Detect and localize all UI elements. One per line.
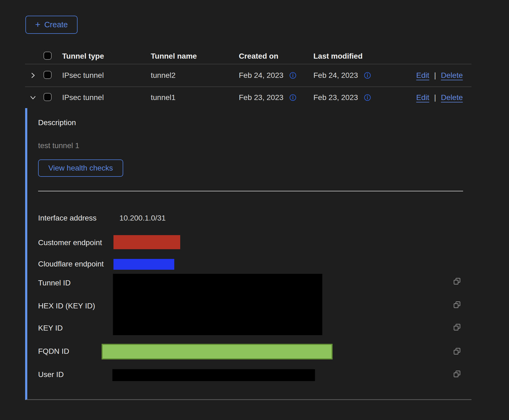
- description-value: test tunnel 1: [38, 141, 79, 150]
- info-icon[interactable]: [364, 72, 371, 79]
- view-health-checks-button[interactable]: View health checks: [38, 159, 123, 177]
- customer-endpoint-redaction: [113, 235, 180, 249]
- tunnel-name-cell: tunnel2: [151, 71, 239, 80]
- chevron-down-icon[interactable]: [29, 94, 37, 102]
- hex-id-label: HEX ID (KEY ID): [38, 302, 95, 310]
- fqdn-id-redaction: [102, 344, 333, 359]
- plus-icon: +: [35, 20, 41, 29]
- tunnel-name-cell: tunnel1: [151, 93, 239, 102]
- create-button[interactable]: + Create: [25, 16, 78, 34]
- create-button-label: Create: [44, 20, 68, 29]
- header-tunnel-type: Tunnel type: [62, 52, 151, 61]
- section-divider: [38, 191, 463, 191]
- table-row: IPsec tunnel tunnel1 Feb 23, 2023 Feb 23…: [25, 87, 471, 108]
- chevron-right-icon[interactable]: [29, 71, 37, 79]
- row-checkbox[interactable]: [43, 93, 52, 101]
- row-checkbox[interactable]: [43, 71, 52, 79]
- last-modified-cell: Feb 23, 2023: [313, 93, 358, 102]
- user-id-redaction: [112, 369, 315, 381]
- table-header-row: Tunnel type Tunnel name Created on Last …: [25, 49, 471, 64]
- action-separator: |: [434, 71, 436, 80]
- copy-icon[interactable]: [453, 347, 461, 356]
- table-row: IPsec tunnel tunnel2 Feb 24, 2023 Feb 24…: [25, 64, 471, 87]
- created-on-cell: Feb 24, 2023: [239, 71, 283, 80]
- edit-link[interactable]: Edit: [416, 71, 429, 80]
- copy-icon[interactable]: [453, 323, 461, 332]
- edit-link[interactable]: Edit: [416, 93, 429, 102]
- header-created-on: Created on: [239, 52, 313, 61]
- tunnel-type-cell: IPsec tunnel: [62, 93, 151, 102]
- last-modified-cell: Feb 24, 2023: [313, 71, 358, 80]
- info-icon[interactable]: [289, 72, 296, 79]
- cloudflare-endpoint-redaction: [113, 259, 174, 270]
- tunnel-type-cell: IPsec tunnel: [62, 71, 151, 80]
- copy-icon[interactable]: [453, 370, 461, 378]
- created-on-cell: Feb 23, 2023: [239, 93, 283, 102]
- select-all-checkbox[interactable]: [43, 52, 52, 60]
- header-last-modified: Last modified: [313, 52, 389, 61]
- action-separator: |: [434, 93, 436, 102]
- tunnel-id-label: Tunnel ID: [38, 279, 71, 287]
- info-icon[interactable]: [289, 94, 296, 101]
- delete-link[interactable]: Delete: [441, 93, 463, 102]
- tunnel-detail-panel: Description test tunnel 1 View health ch…: [25, 108, 471, 400]
- copy-icon[interactable]: [453, 301, 461, 309]
- description-label: Description: [38, 118, 76, 127]
- info-icon[interactable]: [364, 94, 371, 101]
- interface-address-label: Interface address: [38, 214, 96, 222]
- ipsec-tunnels-page: + Create Tunnel type Tunnel name Created…: [0, 0, 509, 420]
- copy-icon[interactable]: [453, 277, 461, 286]
- user-id-label: User ID: [38, 370, 64, 379]
- customer-endpoint-label: Customer endpoint: [38, 238, 102, 247]
- key-id-label: KEY ID: [38, 324, 63, 332]
- fqdn-id-label: FQDN ID: [38, 347, 69, 356]
- cloudflare-endpoint-label: Cloudflare endpoint: [38, 260, 104, 268]
- header-tunnel-name: Tunnel name: [151, 52, 239, 61]
- id-values-redaction: [113, 274, 322, 335]
- delete-link[interactable]: Delete: [441, 71, 463, 80]
- interface-address-value: 10.200.1.0/31: [119, 214, 166, 222]
- tunnels-table: Tunnel type Tunnel name Created on Last …: [25, 49, 471, 400]
